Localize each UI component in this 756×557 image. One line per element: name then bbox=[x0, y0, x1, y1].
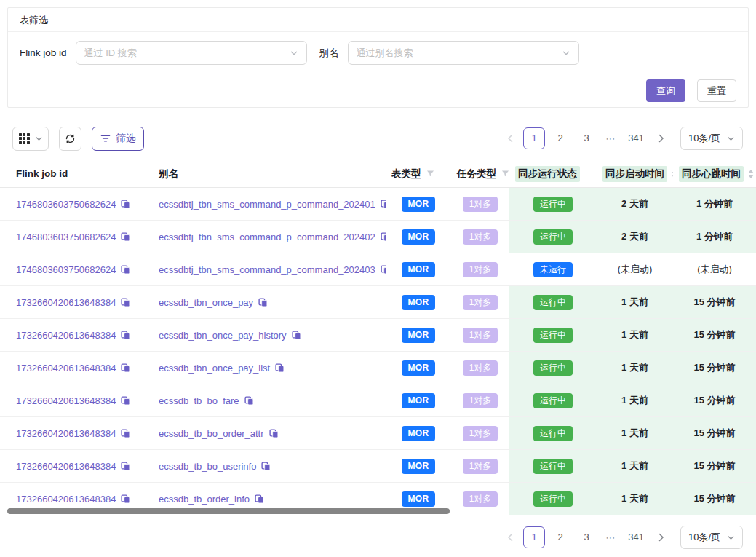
table-body: 1746803603750682624 ecssdbtj_tbn_sms_com… bbox=[0, 188, 756, 515]
copy-icon[interactable] bbox=[255, 494, 264, 504]
task-type-cell: 1对多 bbox=[451, 221, 509, 253]
job-id-link[interactable]: 1732660420613648384 bbox=[16, 395, 116, 406]
copy-icon[interactable] bbox=[269, 429, 279, 438]
horizontal-scrollbar[interactable] bbox=[7, 508, 450, 514]
page-ellipsis[interactable]: ⋯ bbox=[602, 532, 619, 543]
job-id-cell: 1732660420613648384 bbox=[0, 286, 143, 318]
page-2-button[interactable]: 2 bbox=[549, 526, 571, 548]
copy-icon[interactable] bbox=[381, 200, 386, 209]
copy-icon[interactable] bbox=[275, 363, 285, 373]
table-type-cell: MOR bbox=[386, 450, 451, 482]
alias-link[interactable]: ecssdbtj_tbn_sms_command_p_command_20240… bbox=[159, 232, 375, 242]
start-time-cell: 1 天前 bbox=[597, 352, 673, 384]
alias-link[interactable]: ecssdb_tbn_once_pay_history bbox=[159, 330, 287, 341]
job-id-link[interactable]: 1732660420613648384 bbox=[16, 297, 116, 308]
job-id-cell: 1746803603750682624 bbox=[0, 188, 143, 220]
filter-form: Flink job id 通过 ID 搜索 别名 通过别名搜索 bbox=[8, 32, 748, 74]
filter-funnel-icon[interactable] bbox=[426, 170, 434, 178]
table-type-badge: MOR bbox=[402, 295, 436, 310]
page-1-button[interactable]: 1 bbox=[523, 526, 545, 548]
copy-icon[interactable] bbox=[261, 462, 271, 471]
page-341-button[interactable]: 341 bbox=[624, 526, 648, 548]
copy-icon[interactable] bbox=[121, 298, 130, 307]
prev-page-icon[interactable] bbox=[501, 127, 519, 149]
job-id-link[interactable]: 1732660420613648384 bbox=[16, 428, 116, 439]
page-3-button[interactable]: 3 bbox=[576, 127, 597, 149]
flink-job-id-select[interactable]: 通过 ID 搜索 bbox=[76, 41, 307, 65]
job-id-link[interactable]: 1732660420613648384 bbox=[16, 461, 116, 472]
reset-button[interactable]: 重置 bbox=[697, 79, 736, 102]
next-page-icon[interactable] bbox=[653, 526, 670, 548]
copy-icon[interactable] bbox=[381, 232, 386, 242]
next-page-icon[interactable] bbox=[653, 127, 670, 149]
alias-link[interactable]: ecssdb_tb_bo_userinfo bbox=[159, 461, 256, 472]
copy-icon[interactable] bbox=[121, 265, 130, 274]
alias-link[interactable]: ecssdbtj_tbn_sms_command_p_command_20240… bbox=[159, 264, 375, 275]
job-id-link[interactable]: 1732660420613648384 bbox=[16, 494, 116, 505]
prev-page-icon[interactable] bbox=[501, 526, 519, 548]
alias-cell: ecssdb_tb_bo_userinfo bbox=[143, 450, 386, 482]
copy-icon[interactable] bbox=[121, 331, 130, 340]
copy-icon[interactable] bbox=[121, 232, 130, 242]
table-type-badge: MOR bbox=[402, 229, 436, 245]
page-ellipsis[interactable]: ⋯ bbox=[602, 133, 619, 144]
job-id-link[interactable]: 1732660420613648384 bbox=[16, 363, 116, 374]
alias-link[interactable]: ecssdb_tbn_once_pay_list bbox=[159, 363, 270, 374]
alias-link[interactable]: ecssdbtj_tbn_sms_command_p_command_20240… bbox=[159, 199, 375, 210]
job-id-link[interactable]: 1746803603750682624 bbox=[16, 232, 116, 242]
alias-link[interactable]: ecssdb_tb_bo_order_attr bbox=[159, 428, 264, 439]
start-time-cell: 2 天前 bbox=[597, 221, 673, 253]
start-time-cell: 2 天前 bbox=[597, 188, 673, 220]
copy-icon[interactable] bbox=[121, 363, 130, 373]
copy-icon[interactable] bbox=[258, 298, 268, 307]
copy-icon[interactable] bbox=[121, 462, 130, 471]
filter-button[interactable]: 筛选 bbox=[92, 127, 144, 151]
alias-link[interactable]: ecssdb_tbn_once_pay bbox=[159, 297, 253, 308]
heartbeat-time-cell: 1 分钟前 bbox=[673, 188, 756, 220]
alias-select[interactable]: 通过别名搜索 bbox=[348, 41, 579, 65]
copy-icon[interactable] bbox=[292, 331, 301, 340]
sync-status-cell: 运行中 bbox=[509, 286, 597, 318]
column-header-heartbeat-time[interactable]: 同步心跳时间 bbox=[673, 166, 756, 182]
task-type-cell: 1对多 bbox=[451, 319, 509, 351]
sorter-icon[interactable] bbox=[748, 170, 754, 178]
copy-icon[interactable] bbox=[121, 429, 130, 438]
task-type-badge: 1对多 bbox=[463, 262, 498, 277]
column-settings-button[interactable] bbox=[12, 127, 49, 151]
task-type-badge: 1对多 bbox=[463, 328, 498, 343]
start-time-cell: 1 天前 bbox=[597, 286, 673, 318]
page-size-select[interactable]: 10条/页 bbox=[680, 526, 743, 549]
alias-link[interactable]: ecssdb_tb_order_info bbox=[159, 494, 250, 505]
copy-icon[interactable] bbox=[381, 265, 386, 274]
refresh-button[interactable] bbox=[59, 127, 81, 151]
job-id-link[interactable]: 1732660420613648384 bbox=[16, 330, 116, 341]
alias-cell: ecssdbtj_tbn_sms_command_p_command_20240… bbox=[143, 188, 386, 220]
toolbar-left: 筛选 bbox=[12, 127, 144, 151]
page-size-select[interactable]: 10条/页 bbox=[680, 127, 743, 150]
sync-status-badge: 运行中 bbox=[533, 360, 573, 376]
page-2-button[interactable]: 2 bbox=[549, 127, 571, 149]
page-3-button[interactable]: 3 bbox=[576, 526, 597, 548]
page-1-button[interactable]: 1 bbox=[523, 127, 545, 149]
column-header-start-time[interactable]: 同步启动时间 bbox=[597, 166, 673, 182]
alias-link[interactable]: ecssdb_tb_bo_fare bbox=[159, 395, 239, 406]
column-header-alias[interactable]: 别名 bbox=[143, 167, 386, 181]
filter-lines-icon bbox=[100, 134, 111, 143]
job-id-link[interactable]: 1746803603750682624 bbox=[16, 199, 116, 210]
table-filter-card: 表筛选 Flink job id 通过 ID 搜索 别名 通过别名搜索 查询 重… bbox=[7, 7, 749, 108]
copy-icon[interactable] bbox=[121, 200, 130, 209]
page-341-button[interactable]: 341 bbox=[624, 127, 648, 149]
column-header-table-type[interactable]: 表类型 bbox=[386, 167, 451, 181]
query-button[interactable]: 查询 bbox=[646, 79, 685, 102]
flink-job-id-placeholder: 通过 ID 搜索 bbox=[84, 47, 137, 60]
column-header-sync-status[interactable]: 同步运行状态 bbox=[509, 166, 597, 182]
filter-funnel-icon[interactable] bbox=[501, 170, 509, 178]
job-id-link[interactable]: 1746803603750682624 bbox=[16, 264, 116, 275]
copy-icon[interactable] bbox=[121, 494, 130, 504]
column-header-flink-job-id[interactable]: Flink job id bbox=[0, 168, 143, 179]
alias-cell: ecssdbtj_tbn_sms_command_p_command_20240… bbox=[143, 253, 386, 285]
start-time-cell: 1 天前 bbox=[597, 483, 673, 515]
column-header-task-type[interactable]: 任务类型 bbox=[451, 167, 509, 181]
copy-icon[interactable] bbox=[121, 396, 130, 406]
copy-icon[interactable] bbox=[244, 396, 254, 406]
